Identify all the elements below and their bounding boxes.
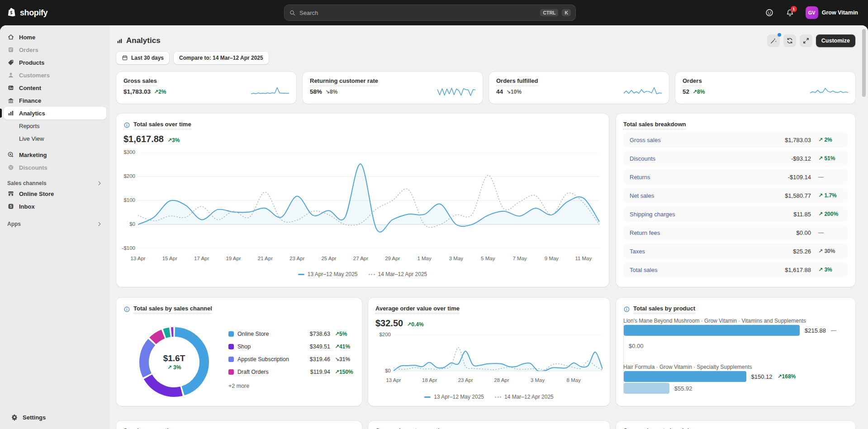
aov-value: $32.50 [375,318,403,329]
channel-legend-item: Draft Orders $119.94 ↗150% [228,367,355,377]
legend-value: $349.51 [310,343,330,350]
channel-legend: Online Store $738.63 ↗5% Shop $349.51 ↗4… [228,329,355,389]
breakdown-row: Returns -$109.14 — [623,169,848,185]
metric-card-orders-fulfilled: Orders fulfilled 44 ↘10% [489,72,669,104]
sidebar-item-customers[interactable]: Customers [4,69,106,81]
solid-line-swatch [424,396,431,398]
sidebar-item-label: Settings [23,414,46,421]
chevron-right-icon [96,221,103,227]
card-title[interactable]: Average order value over time [375,305,460,314]
analytics-title-icon [116,38,123,44]
card-title[interactable]: Total sales breakdown [623,121,686,129]
sidebar-item-settings[interactable]: Settings [7,411,103,424]
sidebar-item-label: Analytics [19,110,45,117]
products-icon [7,59,14,66]
fullscreen-button[interactable] [800,34,812,47]
sidebar-item-inbox[interactable]: Inbox [4,200,106,213]
metric-title[interactable]: Orders fulfilled [496,77,538,86]
x-tick-label: 29 Apr [385,256,400,261]
sidebar-item-products[interactable]: Products [4,56,106,69]
breakdown-change: ↗ 51% [818,155,842,162]
notifications-button[interactable]: 1 [783,5,797,20]
compare-button[interactable]: Compare to: 14 Mar–12 Apr 2025 [174,52,269,64]
breakdown-link[interactable]: Gross sales [630,137,785,143]
dotted-line-swatch [495,396,501,398]
scrollbar-thumb[interactable] [862,29,866,97]
sidebar-item-label: Products [19,59,44,66]
customize-button[interactable]: Customize [816,34,855,47]
legend-swatch [228,331,234,337]
legend-value: $319.46 [310,356,330,362]
date-range-button[interactable]: Last 30 days [116,52,169,64]
metric-card-orders: Orders 52 ↗8% [675,72,855,104]
gear-icon [11,414,18,421]
x-axis-labels: 13 Apr15 Apr17 Apr19 Apr21 Apr23 Apr25 A… [138,256,599,262]
breakdown-link[interactable]: Net sales [630,192,785,199]
x-tick-label: 23 Apr [289,256,304,261]
average-order-value-card: Average order value over time $32.50 ↗0.… [368,298,610,406]
search-bar[interactable]: CTRL K [284,5,576,21]
sidebar-item-online-store[interactable]: Online Store [4,187,106,200]
product-name: Hair Formula · Grow Vitamin · Specialty … [623,364,848,370]
breakdown-link[interactable]: Total sales [630,267,785,273]
x-tick-label: 23 Apr [458,377,473,383]
card-title[interactable]: Conversion rate over time [375,427,448,429]
card-title[interactable]: Total sales by sales channel [133,305,212,314]
info-icon[interactable] [123,122,130,129]
search-input[interactable] [299,10,536,16]
sidebar-item-live-view[interactable]: Live View [4,132,106,145]
home-icon [7,33,14,41]
breakdown-link[interactable]: Return fees [630,229,796,236]
breakdown-row: Shipping charges $11.85 ↗ 200% [623,206,848,222]
metric-title[interactable]: Returning customer rate [310,77,378,86]
info-icon[interactable] [123,306,130,313]
sidebar-item-marketing[interactable]: Marketing [4,148,106,161]
sidebar-item-finance[interactable]: Finance [4,94,106,107]
legend-value: $738.63 [310,331,330,337]
card-title[interactable]: Conversion rate breakdown [623,427,701,429]
apps-header[interactable]: Apps [7,221,103,227]
orders-icon [7,46,14,53]
sales-channels-header[interactable]: Sales channels [7,180,103,186]
product-bar-previous [624,383,669,394]
metric-card-gross-sales: Gross sales $1,783.03 ↗2% [116,72,296,104]
info-icon[interactable] [623,306,630,313]
x-tick-label: 15 Apr [162,256,177,261]
bar-value: $150.12 [751,373,773,380]
breakdown-link[interactable]: Discounts [630,155,791,162]
magic-suggestions-button[interactable] [767,34,780,47]
legend-label: Shop [237,343,306,350]
sidebar-item-analytics[interactable]: Analytics [4,107,106,119]
sidebar-item-content[interactable]: Content [4,81,106,94]
breakdown-link[interactable]: Returns [630,174,788,181]
breakdown-link[interactable]: Taxes [630,248,793,255]
card-title[interactable]: Sessions over time [123,427,177,429]
legend-previous: 14 Mar–12 Apr 2025 [495,394,554,400]
metric-value: 52 [683,88,689,95]
breakdown-rows: Gross sales $1,783.03 ↗ 2% Discounts -$9… [623,132,848,277]
x-tick-label: 13 Apr [386,377,401,383]
sidebar-item-reports[interactable]: Reports [4,119,106,132]
refresh-button[interactable] [783,34,796,47]
legend-label: Online Store [237,331,306,337]
sidebar-item-discounts[interactable]: Discounts [4,161,106,174]
y-tick-label: -$100 [122,245,135,251]
sidekick-button[interactable] [762,5,777,20]
breakdown-change: ↗ 3% [818,267,842,273]
metric-change: ↘8% [325,89,337,95]
metric-value: 58% [310,88,322,95]
card-title[interactable]: Total sales by product [633,305,695,314]
sidebar-item-home[interactable]: Home [4,31,106,43]
account-menu[interactable]: GV Grow Vitamin [804,5,862,21]
shopify-logo[interactable]: shopify [7,0,47,25]
breakdown-value: -$93.12 [791,155,811,162]
sessions-over-time-card: Sessions over time [116,421,362,429]
metric-title[interactable]: Gross sales [123,77,157,86]
more-channels-link[interactable]: +2 more [228,383,249,389]
sidebar-item-label: Live View [19,135,44,142]
sidebar-item-orders[interactable]: Orders [4,43,106,56]
legend-current: 13 Apr–12 May 2025 [298,271,358,277]
breakdown-link[interactable]: Shipping charges [630,211,793,218]
card-title[interactable]: Total sales over time [133,121,191,129]
metric-title[interactable]: Orders [683,77,702,86]
